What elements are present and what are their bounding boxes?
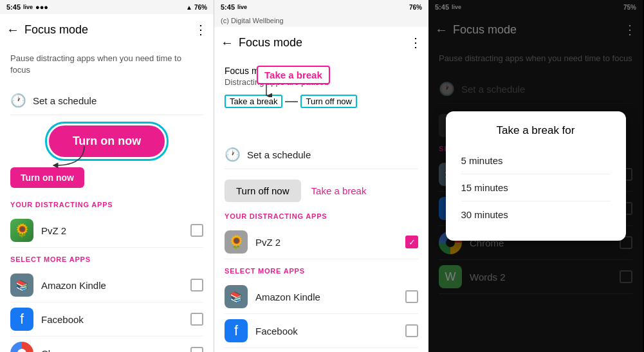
dialog-option-5min[interactable]: 5 minutes xyxy=(461,147,611,174)
dialog-option-30min[interactable]: 30 minutes xyxy=(461,201,611,228)
app-item-chrome-2: Chrome xyxy=(225,348,418,352)
kindle-name-2: Amazon Kindle xyxy=(255,292,398,302)
back-button-1[interactable]: ← xyxy=(6,23,19,37)
pvz-icon-2: 🌻 xyxy=(225,230,248,254)
menu-button-1[interactable]: ⋮ xyxy=(194,22,207,37)
section-more-1: SELECT MORE APPS xyxy=(10,255,203,263)
panel-1: 5:45 live ●●● ▲ 76% ← Focus mode ⋮ Pause… xyxy=(0,0,214,352)
status-bar-left-1: 5:45 live ●●● xyxy=(6,3,48,11)
panel-3: 5:45 live 75% ← Focus mode ⋮ Pause distr… xyxy=(428,0,643,352)
app-item-fb-1: f Facebook xyxy=(10,302,203,337)
pvz-name-1: PvZ 2 xyxy=(41,225,183,236)
facebook-checkbox-1[interactable] xyxy=(190,313,203,326)
chrome-name-1: Chrome xyxy=(41,348,183,352)
callout-arrow-svg xyxy=(263,84,282,97)
annotation-area: Take a break Turn off now Take a break xyxy=(225,95,418,108)
content-1: Pause distracting apps when you need tim… xyxy=(0,45,214,352)
page-title-1: Focus mode xyxy=(24,23,189,37)
app-item-fb-2: f Facebook xyxy=(225,314,418,348)
app-bar-1: ← Focus mode ⋮ xyxy=(0,14,214,45)
section-distracting-1: YOUR DISTRACTING APPS xyxy=(10,201,203,208)
content-2: Focus mode is on Distracting apps are pa… xyxy=(214,58,428,352)
dw-header: (c) Digital Wellbeing xyxy=(214,14,428,27)
dialog-title: Take a break for xyxy=(461,124,611,137)
facebook-name-1: Facebook xyxy=(41,314,183,325)
status-bar-right-2: 76% xyxy=(409,4,422,11)
take-break-dialog: Take a break for 5 minutes 15 minutes 30… xyxy=(446,111,626,241)
time-2: 5:45 xyxy=(221,3,235,11)
turn-off-button[interactable]: Turn off now xyxy=(225,180,301,202)
facebook-icon-2: f xyxy=(225,319,248,342)
facebook-checkbox-2[interactable] xyxy=(405,324,418,337)
status-bar-1: 5:45 live ●●● ▲ 76% xyxy=(0,0,214,14)
clock-icon-1: 🕐 xyxy=(10,93,26,108)
wifi-icon-1: ▲ xyxy=(186,4,192,11)
chrome-icon-1 xyxy=(10,342,33,352)
status-bar-left-2: 5:45 live xyxy=(221,3,247,11)
kindle-icon-2: 📚 xyxy=(225,285,248,308)
page-title-2: Focus mode xyxy=(239,36,404,50)
app-item-kindle-1: 📚 Amazon Kindle xyxy=(10,268,203,302)
panel-2: 5:45 live 76% (c) Digital Wellbeing ← Fo… xyxy=(214,0,428,352)
facebook-name-2: Facebook xyxy=(255,326,398,337)
status-bar-2: 5:45 live 76% xyxy=(214,0,428,14)
app-bar-2: ← Focus mode ⋮ xyxy=(214,27,428,58)
pvz-name-2: PvZ 2 xyxy=(255,237,398,248)
menu-button-2[interactable]: ⋮ xyxy=(409,35,422,50)
kindle-checkbox-2[interactable] xyxy=(405,290,418,303)
schedule-label-1: Set a schedule xyxy=(33,95,97,106)
back-button-2[interactable]: ← xyxy=(221,35,234,50)
dialog-overlay: Take a break for 5 minutes 15 minutes 30… xyxy=(428,0,643,352)
kindle-icon-1: 📚 xyxy=(10,273,33,297)
signal-dots-1: ●●● xyxy=(35,3,48,11)
app-item-kindle-2: 📚 Amazon Kindle xyxy=(225,280,418,314)
battery-1: 76% xyxy=(194,4,207,11)
clock-icon-2: 🕐 xyxy=(225,147,241,162)
section-distracting-2: YOUR DISTRACTING APPS xyxy=(225,212,418,220)
dialog-option-15min[interactable]: 15 minutes xyxy=(461,174,611,201)
app-item-pvz-2: 🌻 PvZ 2 ✓ xyxy=(225,225,418,259)
battery-2: 76% xyxy=(409,4,422,11)
time-1: 5:45 xyxy=(6,3,21,11)
carrier-2: live xyxy=(237,4,247,10)
app-item-pvz-1: 🌻 PvZ 2 xyxy=(10,214,203,248)
callout-container: Take a break xyxy=(257,66,330,97)
dw-label: (c) Digital Wellbeing xyxy=(221,17,284,24)
carrier-1: live xyxy=(23,4,33,10)
action-row: Turn off now Take a break xyxy=(225,180,418,202)
subtitle-1: Pause distracting apps when you need tim… xyxy=(10,53,203,76)
take-break-button[interactable]: Take a break xyxy=(311,185,367,196)
schedule-row-1[interactable]: 🕐 Set a schedule xyxy=(10,86,203,115)
pvz-checkbox-2[interactable]: ✓ xyxy=(405,236,418,248)
app-item-chrome-1: Chrome xyxy=(10,337,203,352)
take-break-callout: Take a break xyxy=(257,66,330,84)
connector-svg xyxy=(285,98,298,106)
schedule-row-2[interactable]: 🕐 Set a schedule xyxy=(225,140,418,169)
pvz-icon-1: 🌻 xyxy=(10,219,33,242)
kindle-name-1: Amazon Kindle xyxy=(41,280,183,291)
pvz-checkbox-1[interactable] xyxy=(190,224,203,237)
small-btn-area: Turn on now xyxy=(10,167,203,188)
kindle-checkbox-1[interactable] xyxy=(190,279,203,292)
status-bar-right-1: ▲ 76% xyxy=(186,4,207,11)
annotation-arrow-1 xyxy=(46,143,97,172)
facebook-icon-1: f xyxy=(10,308,33,331)
section-more-2: SELECT MORE APPS xyxy=(225,267,418,275)
schedule-label-2: Set a schedule xyxy=(247,149,311,160)
chrome-checkbox-1[interactable] xyxy=(190,347,203,352)
